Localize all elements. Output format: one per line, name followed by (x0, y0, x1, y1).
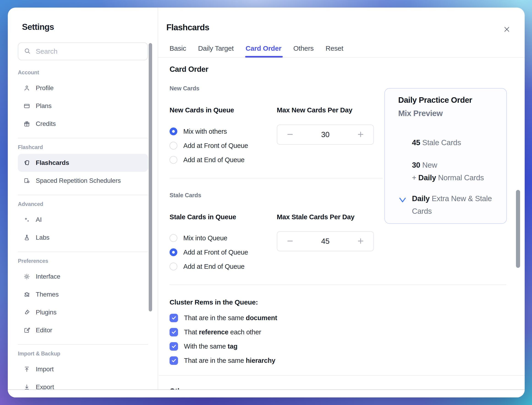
radio-option[interactable]: Add at Front of Queue (170, 139, 275, 153)
radio-label: Add at Front of Queue (183, 142, 248, 149)
sidebar-item-themes[interactable]: Themes (18, 285, 148, 304)
download-icon (23, 383, 31, 390)
search-input[interactable] (35, 47, 142, 55)
new-cards-queue-label: New Cards in Queue (170, 106, 234, 114)
sidebar-section-label: Preferences (18, 257, 148, 264)
brush-icon (23, 309, 31, 316)
search-box[interactable] (18, 42, 148, 60)
tab-card-order[interactable]: Card Order (246, 40, 281, 57)
preview-step: 30 New+ Daily Normal Cards (412, 159, 484, 184)
sidebar-item-label: AI (36, 216, 42, 223)
sidebar-item-label: Spaced Repetition Schedulers (36, 177, 121, 184)
cluster-checkbox-row[interactable]: That reference each other (170, 325, 277, 339)
new-cards-radio-group: Mix with othersAdd at Front of QueueAdd … (170, 124, 275, 167)
sidebar-item-plugins[interactable]: Plugins (18, 304, 148, 321)
sidebar-section: Import & BackupImportExportBackups (18, 344, 148, 390)
max-stale-cards-label: Max Stale Cards Per Day (277, 213, 355, 221)
settings-dialog: Settings AccountProfilePlansCreditsFlash… (8, 7, 525, 398)
tab-others[interactable]: Others (293, 40, 314, 57)
cluster-heading: Cluster Rems in the Queue: (170, 298, 258, 306)
radio-unselected-icon[interactable] (170, 142, 177, 149)
radio-option[interactable]: Add at End of Queue (170, 259, 275, 274)
sidebar-item-labs[interactable]: Labs (18, 229, 148, 247)
main-scrollbar[interactable] (516, 190, 520, 268)
sidebar-item-flashcards[interactable]: Flashcards (18, 154, 148, 172)
radio-unselected-icon[interactable] (170, 156, 177, 164)
radio-option[interactable]: Mix with others (170, 124, 275, 139)
cluster-checkbox-row[interactable]: That are in the same document (170, 311, 277, 325)
tab-basic[interactable]: Basic (170, 40, 186, 57)
user-icon (23, 84, 31, 92)
cluster-checkbox-label: That are in the same hierarchy (184, 357, 276, 364)
sidebar-item-ai[interactable]: AI (18, 211, 148, 229)
radio-unselected-icon[interactable] (170, 234, 177, 242)
checkbox-checked-icon[interactable] (170, 328, 178, 337)
sidebar-item-editor[interactable]: Editor (18, 321, 148, 339)
tab-reset[interactable]: Reset (326, 40, 343, 57)
stale-cards-radio-group: Mix into QueueAdd at Front of QueueAdd a… (170, 231, 275, 274)
minus-icon (285, 130, 295, 140)
new-cards-label: New Cards (170, 85, 199, 92)
section-divider (170, 178, 383, 178)
sidebar-item-credits[interactable]: Credits (18, 115, 148, 133)
sidebar-item-label: Flashcards (36, 159, 69, 167)
cluster-checkbox-row[interactable]: With the same tag (170, 339, 277, 353)
radio-unselected-icon[interactable] (170, 263, 177, 270)
sidebar-section: PreferencesInterfaceThemesPluginsEditor (18, 252, 148, 339)
checkbox-checked-icon[interactable] (170, 314, 178, 322)
checkbox-checked-icon[interactable] (170, 356, 178, 365)
preview-step: Daily Extra New & Stale Cards (412, 192, 497, 217)
close-button[interactable] (502, 25, 512, 35)
section-divider (159, 375, 525, 376)
sidebar-section: AdvancedAILabs (18, 195, 148, 247)
sun-icon (23, 273, 31, 280)
credit-card-icon (23, 102, 31, 110)
search-icon (24, 47, 31, 55)
checkbox-checked-icon[interactable] (170, 342, 178, 351)
radio-option[interactable]: Mix into Queue (170, 231, 275, 245)
cluster-checkbox-row[interactable]: That are in the same hierarchy (170, 353, 277, 368)
section-heading: Card Order (170, 65, 208, 74)
cluster-checkbox-label: That reference each other (184, 328, 261, 336)
sidebar-section: FlashcardFlashcardsSpaced Repetition Sch… (18, 138, 148, 190)
max-stale-cards-stepper: 45 (277, 231, 374, 251)
sidebar-scrollbar[interactable] (149, 43, 152, 311)
sidebar-section-label: Account (18, 69, 148, 76)
cluster-checkbox-label: With the same tag (184, 343, 238, 350)
dialog-footer (8, 389, 525, 398)
close-icon (503, 25, 511, 34)
sidebar-item-label: Plugins (36, 309, 56, 316)
stepper-value: 45 (321, 237, 330, 246)
decrement-button[interactable] (285, 129, 295, 140)
sidebar-item-label: Themes (36, 291, 59, 298)
preview-steps: 45 Stale Cards30 New+ Daily Normal Cards… (412, 88, 497, 223)
radio-selected-icon[interactable] (170, 128, 177, 135)
max-new-cards-stepper: 30 (277, 125, 374, 145)
minus-icon (285, 236, 295, 246)
increment-button[interactable] (355, 129, 366, 140)
sidebar-item-label: Import (36, 365, 54, 373)
sidebar-item-export[interactable]: Export (18, 378, 148, 390)
sidebar-title: Settings (22, 22, 54, 32)
sparkles-icon (23, 216, 31, 224)
increment-button[interactable] (355, 236, 366, 246)
stale-cards-queue-label: Stale Cards in Queue (170, 213, 236, 221)
tab-daily-target[interactable]: Daily Target (198, 40, 233, 57)
sidebar-item-profile[interactable]: Profile (18, 79, 148, 97)
sidebar-item-label: Labs (36, 234, 49, 241)
flask-icon (23, 234, 31, 242)
radio-selected-icon[interactable] (170, 248, 177, 256)
decrement-button[interactable] (285, 236, 295, 246)
flashcards-panel: Flashcards BasicDaily TargetCard OrderOt… (158, 7, 525, 390)
sidebar-item-plans[interactable]: Plans (18, 97, 148, 115)
radio-option[interactable]: Add at End of Queue (170, 153, 275, 167)
radio-label: Add at Front of Queue (183, 249, 248, 256)
sidebar-item-import[interactable]: Import (18, 360, 148, 378)
sidebar-item-spaced-repetition-schedulers[interactable]: Spaced Repetition Schedulers (18, 172, 148, 190)
radio-option[interactable]: Add at Front of Queue (170, 245, 275, 259)
section-divider (170, 284, 506, 285)
puzzle-icon (23, 290, 31, 298)
plus-icon (356, 236, 365, 246)
sidebar-item-interface[interactable]: Interface (18, 268, 148, 285)
desktop-background: Settings AccountProfilePlansCreditsFlash… (0, 0, 532, 405)
